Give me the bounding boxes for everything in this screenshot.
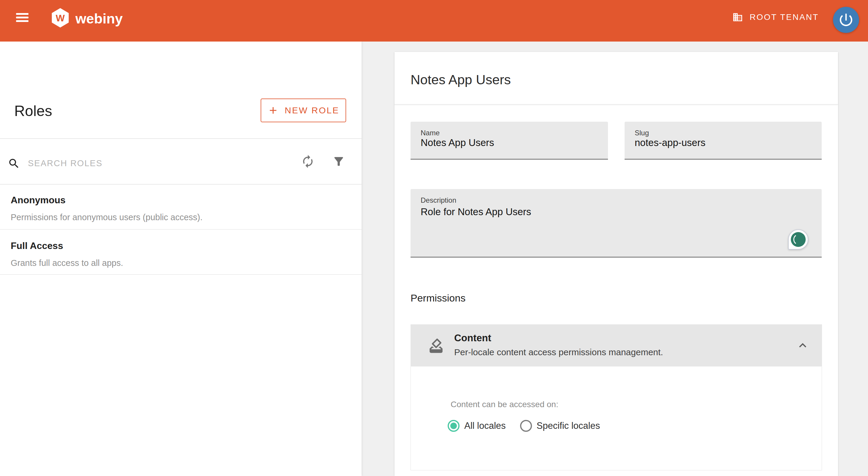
chevron-up-icon[interactable]	[796, 338, 810, 353]
role-editor-header: Notes App Users	[395, 52, 838, 105]
role-item-description: Permissions for anonymous users (public …	[11, 213, 203, 222]
avatar[interactable]	[833, 7, 859, 33]
brand-wordmark: webiny	[75, 10, 123, 27]
role-editor-area: Notes App Users Name Slug Description Ro…	[362, 41, 868, 476]
accordion-subtitle: Per-locale content access permissions ma…	[454, 347, 663, 357]
role-list-item-full-access[interactable]: Full Access Grants full access to all ap…	[0, 229, 362, 274]
new-role-button[interactable]: NEW ROLE	[261, 98, 346, 122]
radio-all-locales[interactable]: All locales	[448, 420, 506, 432]
radio-specific-locales[interactable]: Specific locales	[520, 420, 600, 432]
page-title: Roles	[14, 102, 52, 120]
slug-input[interactable]	[635, 137, 812, 148]
radio-selected-icon	[448, 420, 460, 432]
name-input[interactable]	[421, 137, 598, 148]
roles-list-panel: Roles NEW ROLE Anonymous Permissions for…	[0, 41, 362, 476]
search-icon	[8, 157, 20, 170]
svg-text:W: W	[56, 13, 65, 24]
radio-label: Specific locales	[537, 420, 600, 431]
app-header: W webiny ROOT TENANT	[0, 0, 868, 41]
plus-icon	[268, 105, 279, 116]
content-accordion-header[interactable]: Content Per-locale content access permis…	[410, 324, 822, 367]
ballot-box-icon	[428, 337, 445, 354]
divider	[0, 274, 362, 275]
hamburger-menu-icon[interactable]	[16, 13, 29, 26]
description-field: Description Role for Notes App Users	[410, 189, 822, 258]
slug-field-label: Slug	[635, 129, 649, 137]
role-title: Notes App Users	[410, 72, 511, 88]
role-editor-card: Notes App Users Name Slug Description Ro…	[395, 52, 838, 476]
webiny-hexagon-icon: W	[51, 8, 69, 28]
search-bar	[0, 138, 362, 184]
name-field: Name	[410, 122, 608, 160]
description-field-label: Description	[421, 196, 456, 204]
permissions-heading: Permissions	[410, 292, 465, 304]
locales-question-label: Content can be accessed on:	[451, 400, 558, 409]
new-role-button-label: NEW ROLE	[285, 105, 339, 116]
accordion-title: Content	[454, 332, 491, 344]
refresh-icon[interactable]	[301, 154, 315, 168]
tenant-selector[interactable]: ROOT TENANT	[732, 12, 819, 23]
role-item-description: Grants full access to all apps.	[11, 258, 123, 268]
radio-label: All locales	[464, 420, 506, 431]
power-icon	[838, 11, 854, 28]
tenant-label: ROOT TENANT	[749, 12, 819, 22]
beacon-spinner-icon	[790, 232, 806, 247]
name-field-label: Name	[421, 129, 440, 137]
role-item-title: Full Access	[11, 241, 63, 251]
role-item-title: Anonymous	[11, 195, 66, 205]
search-input[interactable]	[28, 154, 271, 172]
help-beacon-widget[interactable]	[788, 229, 808, 250]
radio-unselected-icon	[520, 420, 532, 432]
locales-radio-group: All locales Specific locales	[448, 419, 600, 433]
role-list-item-anonymous[interactable]: Anonymous Permissions for anonymous user…	[0, 184, 362, 229]
content-accordion-body: Content can be accessed on: All locales …	[410, 367, 822, 470]
description-input[interactable]: Role for Notes App Users	[421, 206, 812, 251]
slug-field: Slug	[625, 122, 822, 160]
building-icon	[732, 12, 743, 23]
webiny-logo[interactable]: W webiny	[51, 8, 123, 28]
filter-icon[interactable]	[332, 155, 345, 168]
